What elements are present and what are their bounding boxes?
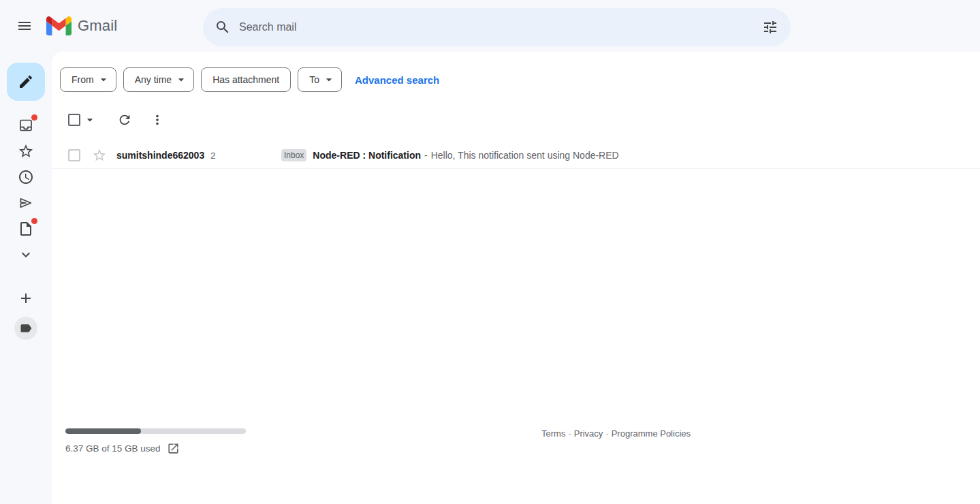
chevron-down-icon bbox=[174, 73, 188, 86]
filter-chip-to[interactable]: To bbox=[298, 67, 342, 92]
storage-used-text: 6.37 GB of 15 GB used bbox=[65, 443, 161, 454]
main-content: From Any time Has attachment To Advanced… bbox=[52, 52, 980, 504]
label-icon bbox=[19, 321, 33, 335]
storage-bar-fill bbox=[65, 428, 141, 434]
advanced-search-link[interactable]: Advanced search bbox=[355, 74, 439, 86]
sidebar-labels-section bbox=[14, 290, 37, 340]
email-sender-column: sumitshinde662003 2 bbox=[116, 150, 281, 161]
chip-label: To bbox=[309, 74, 319, 85]
main-menu-button[interactable] bbox=[8, 10, 41, 42]
open-in-new-icon bbox=[167, 442, 180, 455]
search-input[interactable] bbox=[239, 8, 754, 46]
privacy-link[interactable]: Privacy bbox=[574, 428, 603, 439]
gmail-logo[interactable]: Gmail bbox=[46, 16, 117, 35]
gmail-m-icon bbox=[46, 16, 72, 35]
chevron-down-icon bbox=[97, 73, 110, 86]
footer-links: Terms·Privacy·Programme Policies bbox=[541, 428, 691, 439]
search-button[interactable] bbox=[206, 11, 239, 44]
chip-label: Has attachment bbox=[212, 74, 279, 85]
storage-manage-button[interactable] bbox=[167, 441, 180, 455]
list-toolbar bbox=[68, 112, 980, 128]
refresh-icon bbox=[117, 112, 133, 127]
email-subject-column: Inbox Node-RED : Notification - Hello, T… bbox=[281, 149, 619, 161]
star-icon bbox=[18, 143, 34, 159]
more-vert-icon bbox=[150, 112, 166, 127]
star-toggle[interactable] bbox=[92, 148, 107, 163]
more-options-button[interactable] bbox=[150, 112, 166, 128]
filter-chip-any-time[interactable]: Any time bbox=[123, 67, 194, 92]
sidebar-item-more[interactable] bbox=[18, 247, 34, 263]
email-subject: Node-RED : Notification bbox=[313, 150, 421, 161]
compose-button[interactable] bbox=[7, 63, 45, 101]
clock-icon bbox=[18, 169, 34, 185]
storage-bar[interactable] bbox=[65, 428, 246, 434]
select-dropdown-button[interactable] bbox=[83, 113, 97, 127]
footer-separator: · bbox=[568, 428, 571, 439]
email-sender: sumitshinde662003 bbox=[116, 150, 204, 161]
email-snippet: Hello, This notification sent using Node… bbox=[431, 150, 619, 161]
sidebar-item-inbox[interactable] bbox=[18, 117, 34, 133]
email-checkbox[interactable] bbox=[68, 149, 80, 161]
plus-icon bbox=[18, 290, 34, 306]
sidebar bbox=[0, 52, 52, 504]
search-icon bbox=[215, 19, 231, 35]
terms-link[interactable]: Terms bbox=[541, 428, 565, 439]
pencil-icon bbox=[18, 74, 34, 90]
labels-button[interactable] bbox=[14, 317, 37, 340]
drafts-notification-dot bbox=[31, 218, 37, 224]
sidebar-item-sent[interactable] bbox=[18, 195, 34, 211]
email-row[interactable]: sumitshinde662003 2 Inbox Node-RED : Not… bbox=[52, 142, 980, 169]
search-options-button[interactable] bbox=[754, 11, 787, 44]
storage-meter: 6.37 GB of 15 GB used bbox=[65, 428, 246, 455]
hamburger-icon bbox=[16, 18, 33, 34]
chip-label: Any time bbox=[135, 74, 172, 85]
email-thread-count: 2 bbox=[210, 151, 216, 161]
sidebar-item-drafts[interactable] bbox=[18, 221, 34, 237]
inbox-notification-dot bbox=[31, 114, 37, 121]
filter-chip-has-attachment[interactable]: Has attachment bbox=[201, 67, 291, 92]
programme-policies-link[interactable]: Programme Policies bbox=[612, 428, 691, 439]
sidebar-item-snoozed[interactable] bbox=[18, 169, 34, 185]
chevron-down-icon bbox=[322, 73, 336, 86]
inbox-label-badge: Inbox bbox=[281, 149, 306, 161]
chip-label: From bbox=[72, 74, 94, 85]
sidebar-item-starred[interactable] bbox=[18, 143, 34, 159]
select-all-checkbox[interactable] bbox=[68, 114, 80, 126]
gmail-wordmark: Gmail bbox=[78, 17, 117, 35]
search-bar bbox=[203, 8, 791, 46]
star-icon bbox=[92, 148, 107, 163]
add-label-button[interactable] bbox=[18, 290, 34, 306]
refresh-button[interactable] bbox=[117, 112, 133, 128]
sidebar-nav bbox=[18, 117, 34, 263]
chevron-down-icon bbox=[18, 247, 34, 263]
search-filter-chips: From Any time Has attachment To Advanced… bbox=[52, 52, 980, 92]
chevron-down-icon bbox=[83, 113, 97, 127]
tune-icon bbox=[762, 19, 778, 35]
subject-snippet-separator: - bbox=[424, 150, 428, 161]
top-bar: Gmail bbox=[0, 0, 980, 52]
footer-separator: · bbox=[605, 428, 608, 439]
send-icon bbox=[18, 195, 34, 211]
filter-chip-from[interactable]: From bbox=[60, 67, 116, 92]
